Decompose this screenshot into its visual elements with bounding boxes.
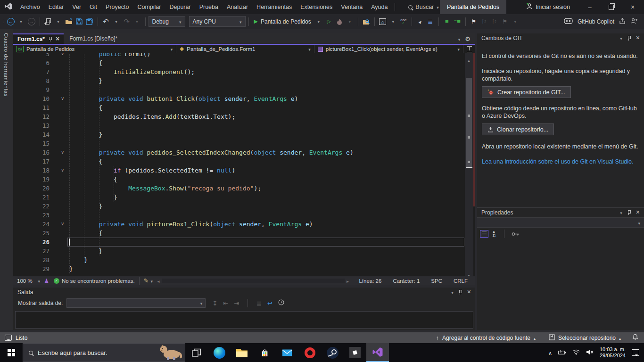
pin-icon[interactable] xyxy=(627,210,631,215)
code-line-29[interactable]: 29} xyxy=(13,264,475,273)
horizontal-scrollbar-track[interactable] xyxy=(162,279,345,283)
scroll-right-icon[interactable] xyxy=(346,278,350,284)
fold-chevron-icon[interactable]: ∨ xyxy=(50,166,69,175)
volume-muted-icon[interactable] xyxy=(586,348,594,357)
code-line-24[interactable]: 24∨ private void pictureBox1_Click(objec… xyxy=(13,220,475,229)
tray-expand-icon[interactable] xyxy=(548,348,552,357)
hot-reload-button[interactable] xyxy=(334,16,345,27)
save-button[interactable] xyxy=(74,16,84,27)
create-git-repo-button[interactable]: Crear repositorio de GIT... xyxy=(482,86,571,98)
eol-indicator[interactable]: CRLF xyxy=(448,278,473,284)
code-line-30[interactable]: 30 xyxy=(13,273,475,276)
visual-studio-taskbar-icon[interactable] xyxy=(366,343,389,362)
code-line-14[interactable]: 14 } xyxy=(13,130,475,139)
zoom-dropdown-icon[interactable] xyxy=(38,278,41,284)
fold-chevron-icon[interactable]: ∨ xyxy=(50,94,69,103)
clone-repo-button[interactable]: Clonar repositorio... xyxy=(482,123,554,135)
menu-ventana[interactable]: Ventana xyxy=(337,4,367,10)
panel-dropdown-icon[interactable] xyxy=(620,209,622,216)
start-debugging-button[interactable]: ▶ Pantalla de Pedidos xyxy=(252,16,314,27)
minimize-button[interactable]: – xyxy=(579,0,600,14)
wifi-icon[interactable] xyxy=(572,348,580,357)
search-control[interactable]: Buscar xyxy=(405,4,442,10)
navigate-forward-button[interactable]: → xyxy=(26,16,37,27)
jump-to-end-button[interactable]: ↧ xyxy=(212,300,217,307)
code-line-8[interactable]: 8 } xyxy=(13,76,475,85)
fold-chevron-icon[interactable]: ∨ xyxy=(50,53,69,58)
code-line-16[interactable]: 16∨ private void pedidos_SelectedIndexCh… xyxy=(13,148,475,157)
code-line-22[interactable]: 22 } xyxy=(13,202,475,211)
undo-dropdown-icon[interactable] xyxy=(111,16,122,27)
pin-icon[interactable] xyxy=(627,36,631,41)
redo-dropdown-icon[interactable] xyxy=(132,16,142,27)
microsoft-store-taskbar-icon[interactable] xyxy=(253,343,276,362)
scroll-down-icon[interactable] xyxy=(467,270,471,276)
taskbar-search-box[interactable]: Escribe aquí para buscar. xyxy=(23,343,185,362)
code-line-15[interactable]: 15 xyxy=(13,139,475,148)
output-header[interactable]: Salida xyxy=(13,288,475,297)
code-line-17[interactable]: 17 { xyxy=(13,157,475,166)
menu-ver[interactable]: Ver xyxy=(68,4,85,10)
code-line-12[interactable]: 12 pedidos.Items.Add(textBox1.Text); xyxy=(13,112,475,121)
split-editor-button[interactable] xyxy=(463,45,475,53)
live-share-icon[interactable]: ♟ xyxy=(44,278,49,284)
file-explorer-taskbar-icon[interactable] xyxy=(231,343,253,362)
vertical-scrollbar[interactable] xyxy=(465,53,473,276)
redo-button[interactable] xyxy=(122,16,132,27)
close-panel-icon[interactable] xyxy=(467,289,471,296)
share-button[interactable] xyxy=(619,18,626,25)
code-line-27[interactable]: 27 } xyxy=(13,247,475,255)
previous-message-button[interactable]: ⇤ xyxy=(223,300,228,307)
hot-reload-dropdown-icon[interactable] xyxy=(345,16,355,27)
code-line-13[interactable]: 13 xyxy=(13,121,475,130)
solution-platform-combo[interactable]: Any CPU xyxy=(189,16,246,27)
solution-home-dropdown-icon[interactable] xyxy=(388,16,398,27)
next-message-button[interactable]: ⇥ xyxy=(234,300,239,307)
type-dropdown[interactable]: Pantalla_de_Pedidos.Form1 xyxy=(176,45,314,53)
git-panel-header[interactable]: Cambios de GIT xyxy=(477,33,644,43)
search-dropdown-icon[interactable] xyxy=(437,4,439,10)
code-line-10[interactable]: 10∨ private void button1_Click(object se… xyxy=(13,94,475,103)
alphabetical-sort-button[interactable]: AZ↓ xyxy=(493,231,497,237)
github-copilot-label[interactable]: GitHub Copilot xyxy=(578,18,614,25)
mail-taskbar-icon[interactable] xyxy=(276,343,298,362)
navigate-back-button[interactable]: ← xyxy=(6,16,16,27)
panel-dropdown-icon[interactable] xyxy=(451,289,454,296)
code-cleanup-dropdown-icon[interactable] xyxy=(151,278,153,284)
menu-archivo[interactable]: Archivo xyxy=(16,4,44,10)
new-project-button[interactable] xyxy=(43,16,53,27)
sign-in-button[interactable]: Iniciar sesión xyxy=(526,0,570,14)
code-line-28[interactable]: 28 } xyxy=(13,255,475,264)
edge-taskbar-icon[interactable] xyxy=(208,343,231,362)
taskbar-clock[interactable]: 10:03 a. m. 29/05/2024 xyxy=(600,346,626,359)
scrollbar-thumb[interactable] xyxy=(466,78,472,167)
start-without-debugging-button[interactable]: ▷ xyxy=(324,16,334,27)
tab-form1-cs[interactable]: Form1.cs* xyxy=(13,33,64,44)
pin-icon[interactable] xyxy=(48,37,52,41)
code-line-20[interactable]: 20 MessageBox.Show("recoga su pedido"); xyxy=(13,184,475,193)
code-line-19[interactable]: 19 { xyxy=(13,175,475,184)
toolbox-tab[interactable]: Cuadro de herramientas xyxy=(3,33,9,97)
menu-herramientas[interactable]: Herramientas xyxy=(252,4,296,10)
fold-chevron-icon[interactable]: ∨ xyxy=(50,220,69,229)
close-panel-icon[interactable] xyxy=(636,35,640,41)
save-all-button[interactable] xyxy=(84,16,95,27)
steam-taskbar-icon[interactable] xyxy=(321,343,344,362)
close-button[interactable] xyxy=(622,0,643,14)
menu-editar[interactable]: Editar xyxy=(44,4,68,10)
code-line-6[interactable]: 6 { xyxy=(13,58,475,67)
menu-analizar[interactable]: Analizar xyxy=(223,4,252,10)
code-line-21[interactable]: 21 } xyxy=(13,193,475,202)
pin-icon[interactable] xyxy=(458,290,462,295)
navigate-back-dropdown-icon[interactable] xyxy=(16,16,26,27)
toggle-bookmark-button[interactable]: ⚑ xyxy=(469,16,479,27)
action-center-icon[interactable] xyxy=(632,349,639,356)
select-repository-button[interactable]: Seleccionar repositorio xyxy=(558,335,616,341)
code-line-9[interactable]: 9 xyxy=(13,85,475,94)
scroll-left-icon[interactable] xyxy=(157,278,160,284)
battery-icon[interactable] xyxy=(558,348,566,357)
code-line-18[interactable]: 18∨ if (pedidos.SelectedItem != null) xyxy=(13,166,475,175)
roblox-taskbar-icon[interactable] xyxy=(344,343,366,362)
tab-list-dropdown-icon[interactable] xyxy=(458,34,461,43)
close-tab-icon[interactable] xyxy=(56,36,59,42)
